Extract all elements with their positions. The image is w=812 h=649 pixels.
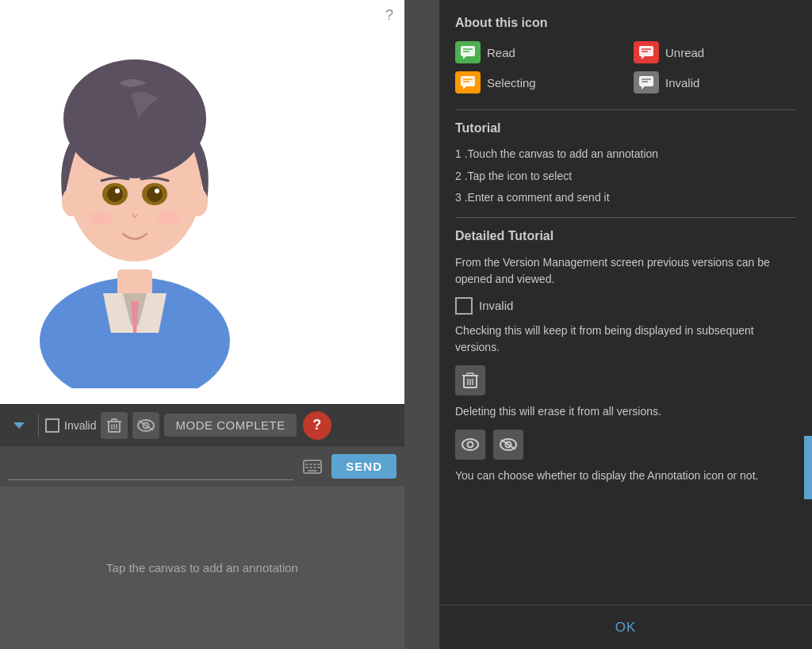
invalid-detail-label: Invalid	[479, 299, 513, 312]
svg-point-61	[468, 441, 473, 447]
icon-row-invalid: Invalid	[634, 71, 796, 94]
svg-point-16	[62, 188, 81, 216]
eye-hidden-icon-btn[interactable]	[493, 429, 523, 460]
about-icon-title: About this icon	[455, 16, 796, 30]
icon-grid: Read Unread	[455, 41, 796, 94]
keyboard-button[interactable]	[300, 454, 325, 479]
svg-rect-21	[112, 419, 117, 422]
eye-visible-icon	[462, 438, 479, 451]
input-area: SEND	[0, 445, 404, 487]
toolbar-divider-1	[38, 414, 39, 437]
dialog-panel: About this icon Read	[439, 0, 812, 649]
delete-detail-icon[interactable]	[455, 365, 485, 395]
invalid-checkbox-wrap: Invalid	[45, 418, 96, 433]
svg-marker-49	[463, 86, 466, 90]
delete-button[interactable]	[101, 412, 128, 439]
blue-side-bar	[804, 436, 812, 499]
selecting-label: Selecting	[487, 76, 536, 90]
read-label: Read	[487, 46, 515, 59]
invalid-detail-checkbox[interactable]	[455, 297, 473, 315]
svg-rect-56	[467, 373, 473, 376]
tap-hint-area: Tap the canvas to add an annotation	[0, 487, 404, 649]
dialog-content: About this icon Read	[439, 0, 812, 605]
tap-hint-text: Tap the canvas to add an annotation	[106, 561, 298, 575]
svg-point-15	[158, 212, 180, 224]
invalid-toolbar-label: Invalid	[64, 419, 96, 432]
divider-1	[455, 109, 796, 110]
ok-button[interactable]: OK	[584, 612, 668, 643]
mode-complete-button[interactable]: MODE COMPLETE	[164, 414, 296, 437]
left-panel: ? Invalid	[0, 0, 404, 649]
send-button[interactable]: SEND	[331, 454, 396, 479]
eye-visible-icon-btn[interactable]	[455, 429, 485, 460]
read-chat-icon	[460, 45, 476, 59]
svg-point-13	[155, 189, 159, 193]
eye-hidden-icon	[500, 438, 517, 451]
character-illustration	[0, 0, 270, 388]
tutorial-step-2: 2 .Tap the icon to select	[455, 169, 796, 185]
toolbar: Invalid MODE COMPLETE ?	[0, 404, 404, 445]
detailed-section: Detailed Tutorial From the Version Manag…	[455, 229, 796, 484]
detailed-title: Detailed Tutorial	[455, 229, 796, 243]
icon-row-read: Read	[455, 41, 618, 63]
trash-icon	[107, 418, 121, 433]
canvas-area[interactable]: ?	[0, 0, 404, 404]
svg-point-11	[147, 186, 163, 202]
invalid-badge	[634, 71, 659, 94]
invalid-chat-icon	[638, 75, 654, 90]
tutorial-section: Tutorial 1 .Touch the canvas to add an a…	[455, 121, 796, 206]
trash-detail-icon	[462, 372, 478, 389]
svg-point-17	[189, 188, 208, 216]
invalid-description: Checking this will keep it from being di…	[455, 323, 796, 356]
invalid-detail-row: Invalid	[455, 297, 796, 315]
eye-description: You can choose whether to display the An…	[455, 468, 796, 484]
selecting-chat-icon	[460, 75, 476, 90]
keyboard-icon	[303, 460, 322, 474]
svg-point-60	[462, 439, 478, 450]
unread-label: Unread	[665, 46, 704, 59]
tutorial-title: Tutorial	[455, 121, 796, 136]
dialog-footer: OK	[439, 605, 812, 649]
detailed-description: From the Version Management screen previ…	[455, 254, 796, 288]
eye-icons-row	[455, 429, 796, 460]
svg-point-12	[115, 189, 120, 193]
divider-2	[455, 217, 796, 218]
hide-button[interactable]	[132, 412, 159, 439]
comment-input[interactable]	[8, 453, 293, 480]
help-question-icon: ?	[312, 417, 321, 433]
svg-marker-53	[642, 86, 645, 90]
canvas-help-icon[interactable]: ?	[381, 6, 398, 24]
unread-badge	[634, 41, 659, 63]
tutorial-step-1: 1 .Touch the canvas to add an annotation	[455, 147, 796, 162]
unread-chat-icon	[638, 45, 654, 59]
read-badge	[455, 41, 481, 63]
svg-point-14	[90, 212, 112, 224]
icon-row-selecting: Selecting	[455, 71, 618, 94]
svg-point-10	[107, 186, 123, 202]
hide-eye-icon	[137, 419, 155, 432]
svg-marker-41	[463, 56, 466, 59]
help-button[interactable]: ?	[303, 411, 331, 440]
dropdown-arrow-icon	[12, 418, 26, 433]
invalid-badge-label: Invalid	[665, 76, 699, 90]
dropdown-button[interactable]	[6, 413, 32, 438]
svg-marker-18	[13, 422, 25, 429]
icon-row-unread: Unread	[634, 41, 796, 63]
svg-marker-45	[642, 56, 645, 59]
tutorial-step-3: 3 .Enter a comment and send it	[455, 190, 796, 206]
selecting-badge	[455, 71, 481, 94]
invalid-checkbox[interactable]	[45, 418, 59, 433]
delete-description: Deleting this will erase it from all ver…	[455, 403, 796, 420]
